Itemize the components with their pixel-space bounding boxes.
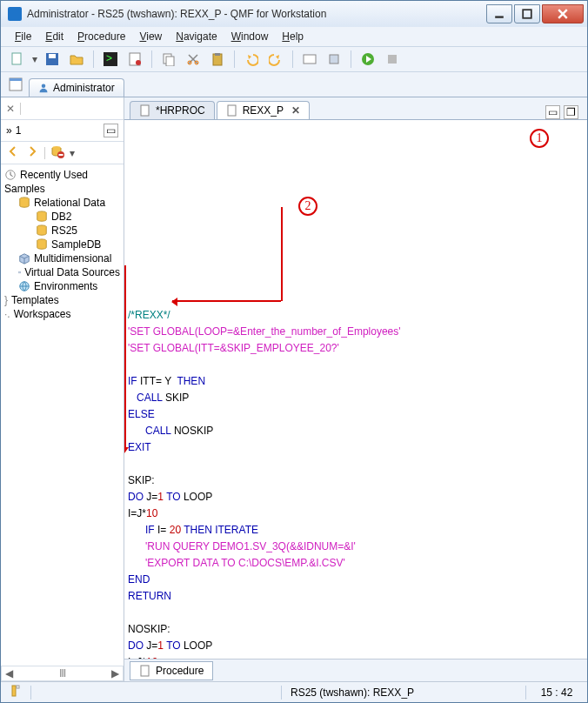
menu-edit[interactable]: Edit bbox=[40, 29, 69, 44]
back-icon[interactable] bbox=[6, 144, 20, 161]
file-icon bbox=[139, 665, 151, 677]
window-buttons bbox=[484, 4, 584, 23]
delete-db-icon[interactable] bbox=[50, 144, 64, 161]
sidebar-menu-chevron-icon[interactable]: ▾ bbox=[70, 147, 75, 159]
svg-rect-39 bbox=[17, 686, 19, 688]
open-button[interactable] bbox=[67, 50, 86, 69]
menu-view[interactable]: View bbox=[134, 29, 167, 44]
tree-sampledb[interactable]: SampleDB bbox=[1, 238, 124, 251]
paste-button[interactable] bbox=[208, 50, 227, 69]
tree-rs25[interactable]: RS25 bbox=[1, 224, 124, 238]
redo-button[interactable] bbox=[266, 50, 285, 69]
virtual-db-icon bbox=[18, 266, 21, 278]
annotation-2: 2 bbox=[298, 197, 317, 216]
svg-rect-16 bbox=[215, 53, 220, 56]
tab-procedure-label: Procedure bbox=[156, 665, 204, 677]
stop-button[interactable] bbox=[383, 50, 402, 69]
svg-point-10 bbox=[136, 60, 141, 65]
svg-rect-26 bbox=[59, 154, 63, 156]
console-button[interactable]: > bbox=[101, 50, 120, 69]
svg-rect-22 bbox=[10, 78, 22, 81]
tab-administrator[interactable]: Administrator bbox=[29, 78, 124, 97]
tree-environments[interactable]: Environments bbox=[1, 279, 124, 293]
tree-label: Templates bbox=[11, 294, 59, 306]
forward-icon[interactable] bbox=[25, 144, 39, 161]
sidebar-tabs: » 1 ▭ bbox=[1, 120, 124, 142]
tab-procedure[interactable]: Procedure bbox=[130, 661, 213, 680]
svg-rect-37 bbox=[141, 666, 149, 676]
tab-administrator-label: Administrator bbox=[53, 82, 115, 94]
tree-label: Recently Used bbox=[20, 169, 88, 181]
svg-rect-4 bbox=[12, 53, 21, 64]
tree-db2[interactable]: DB2 bbox=[1, 210, 124, 224]
editor-maximize-button[interactable]: ❐ bbox=[564, 105, 578, 119]
sidebar: ✕ » 1 ▭ ▾ Recently Used bbox=[1, 97, 124, 681]
perspective-bar: Administrator bbox=[1, 72, 587, 97]
minimize-button[interactable] bbox=[486, 4, 512, 23]
tree-workspaces[interactable]: ·. Workspaces bbox=[1, 307, 124, 321]
svg-rect-6 bbox=[49, 54, 56, 58]
cube-icon bbox=[18, 252, 30, 264]
globe-icon bbox=[18, 280, 30, 292]
tab-rexxp[interactable]: REXX_P ✕ bbox=[217, 101, 310, 119]
tree-label: Multidimensional bbox=[34, 252, 111, 264]
maximize-button[interactable] bbox=[514, 4, 540, 23]
tree[interactable]: Recently Used Samples Relational Data DB… bbox=[1, 164, 124, 666]
menu-help[interactable]: Help bbox=[277, 29, 309, 44]
sidebar-prev-button[interactable]: » bbox=[6, 124, 12, 137]
sidebar-hscroll[interactable]: ◀ Ⅲ ▶ bbox=[1, 666, 124, 681]
status-left bbox=[1, 685, 30, 700]
menu-navigate[interactable]: Navigate bbox=[170, 29, 222, 44]
save-button[interactable] bbox=[43, 50, 62, 69]
svg-rect-20 bbox=[388, 55, 397, 64]
tree-samples[interactable]: Samples bbox=[1, 182, 124, 196]
editor-minimize-button[interactable]: ▭ bbox=[545, 105, 560, 119]
svg-rect-36 bbox=[228, 105, 236, 116]
close-view-icon[interactable]: ✕ bbox=[6, 103, 15, 115]
database-icon bbox=[36, 224, 48, 237]
menu-window[interactable]: Window bbox=[226, 29, 274, 44]
sidebar-toolbar: ▾ bbox=[1, 142, 124, 164]
tree-label: DB2 bbox=[51, 211, 71, 223]
tree-virtual[interactable]: Virtual Data Sources bbox=[1, 265, 124, 279]
database-icon bbox=[36, 211, 48, 223]
tool-a-button[interactable] bbox=[300, 50, 319, 69]
svg-rect-18 bbox=[330, 55, 338, 64]
open-perspective-button[interactable] bbox=[6, 75, 25, 94]
editor-tabs: *HRPROC REXX_P ✕ ▭ ❐ bbox=[124, 97, 587, 120]
tree-label: RS25 bbox=[51, 224, 77, 237]
tree-label: Environments bbox=[34, 280, 97, 292]
svg-rect-35 bbox=[141, 105, 149, 116]
new-button[interactable] bbox=[8, 50, 27, 69]
tree-templates[interactable]: } Templates bbox=[1, 293, 124, 307]
svg-point-23 bbox=[42, 84, 46, 89]
annotation-1: 1 bbox=[530, 129, 549, 148]
code-editor[interactable]: 1 2 /*REXX*/'SET GLOBAL(LOOP=&Enter_the_… bbox=[124, 120, 587, 659]
editor-bottom-tabs: Procedure bbox=[124, 659, 587, 681]
tool-b-button[interactable] bbox=[324, 50, 344, 69]
script-button[interactable] bbox=[125, 50, 144, 69]
window-title: Administrator - RS25 (twshawn): REXX_P -… bbox=[27, 8, 484, 20]
file-icon bbox=[226, 104, 238, 117]
person-icon bbox=[38, 83, 49, 93]
undo-button[interactable] bbox=[242, 50, 261, 69]
tree-relational[interactable]: Relational Data bbox=[1, 196, 124, 210]
cut-button[interactable] bbox=[184, 50, 203, 69]
tree-recently-used[interactable]: Recently Used bbox=[1, 168, 124, 182]
menu-procedure[interactable]: Procedure bbox=[72, 29, 130, 44]
menu-file[interactable]: File bbox=[10, 29, 37, 44]
close-button[interactable] bbox=[542, 4, 584, 23]
sidebar-minimize-button[interactable]: ▭ bbox=[104, 124, 118, 137]
app-window: Administrator - RS25 (twshawn): REXX_P -… bbox=[0, 0, 588, 703]
svg-rect-17 bbox=[304, 55, 316, 64]
svg-rect-1 bbox=[523, 10, 531, 18]
tree-label: Virtual Data Sources bbox=[24, 266, 120, 278]
app-icon bbox=[8, 7, 22, 21]
client-area: ✕ » 1 ▭ ▾ Recently Used bbox=[1, 97, 587, 681]
copy-button[interactable] bbox=[159, 50, 178, 69]
tab-hrproc[interactable]: *HRPROC bbox=[130, 101, 215, 119]
tab-hrproc-label: *HRPROC bbox=[156, 104, 205, 117]
tree-multidimensional[interactable]: Multidimensional bbox=[1, 251, 124, 265]
close-tab-icon[interactable]: ✕ bbox=[291, 104, 300, 117]
run-button[interactable] bbox=[358, 50, 378, 69]
